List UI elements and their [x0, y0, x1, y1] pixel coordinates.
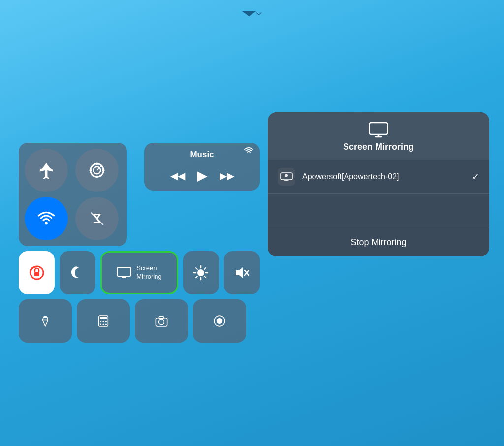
- svg-point-31: [100, 323, 101, 325]
- music-controls: ◀◀ ▶ ▶▶: [154, 167, 250, 184]
- music-block: Music ◀◀ ▶ ▶▶: [144, 143, 260, 191]
- screen-mirroring-label: Screen Mirroring: [136, 264, 161, 281]
- svg-line-20: [204, 268, 206, 269]
- device-row[interactable]: Apowersoft[Apowertech-02] ✓: [268, 160, 489, 194]
- volume-button[interactable]: [224, 251, 260, 294]
- screen-mirroring-icon: [369, 122, 388, 138]
- svg-point-7: [45, 222, 48, 225]
- svg-point-13: [197, 269, 204, 276]
- play-button[interactable]: ▶: [197, 167, 208, 184]
- screen-mirroring-button[interactable]: Screen Mirroring: [100, 251, 178, 294]
- svg-point-30: [105, 321, 107, 322]
- screen-record-button[interactable]: [193, 299, 246, 343]
- device-name: Apowersoft[Apowertech-02]: [302, 172, 465, 181]
- checkmark-icon: ✓: [472, 171, 479, 182]
- stop-mirroring-button[interactable]: Stop Mirroring: [268, 228, 489, 256]
- music-wifi-signal: [244, 147, 253, 155]
- svg-point-35: [159, 319, 164, 325]
- control-center: Music ◀◀ ▶ ▶▶: [19, 143, 260, 343]
- calculator-button[interactable]: [77, 299, 130, 343]
- svg-point-4: [89, 169, 92, 172]
- popup-header: Screen Mirroring: [268, 112, 489, 160]
- svg-line-19: [204, 276, 206, 278]
- svg-point-29: [102, 321, 104, 322]
- airplane-mode-button[interactable]: [25, 149, 68, 192]
- rewind-button[interactable]: ◀◀: [170, 170, 185, 182]
- popup-title: Screen Mirroring: [343, 142, 414, 152]
- svg-point-3: [96, 176, 98, 178]
- apple-tv-icon: [278, 168, 295, 186]
- second-row: Screen Mirroring: [19, 251, 260, 294]
- wifi-button[interactable]: [25, 197, 68, 240]
- svg-line-21: [196, 276, 197, 278]
- fast-forward-button[interactable]: ▶▶: [220, 170, 234, 182]
- svg-point-38: [217, 318, 222, 324]
- first-row: Music ◀◀ ▶ ▶▶: [19, 143, 260, 246]
- svg-point-33: [105, 323, 107, 325]
- mirroring-popup: Screen Mirroring Apowersoft[Apowertech-0…: [268, 112, 489, 256]
- svg-point-2: [96, 162, 98, 165]
- svg-rect-39: [369, 123, 388, 134]
- svg-rect-36: [159, 317, 163, 319]
- svg-point-5: [102, 169, 105, 172]
- flashlight-button[interactable]: [19, 299, 72, 343]
- svg-rect-27: [100, 317, 107, 319]
- bluetooth-button[interactable]: [75, 197, 119, 240]
- svg-rect-11: [117, 267, 131, 276]
- camera-button[interactable]: [135, 299, 188, 343]
- svg-line-18: [196, 268, 197, 269]
- svg-rect-25: [43, 316, 47, 318]
- svg-rect-10: [34, 272, 39, 276]
- empty-devices-section: [268, 194, 489, 228]
- chevron-icon: [242, 9, 262, 19]
- orientation-lock-button[interactable]: [19, 251, 55, 294]
- svg-point-28: [100, 321, 101, 322]
- third-row: [19, 299, 260, 343]
- cellular-button[interactable]: [75, 149, 119, 192]
- music-title: Music: [154, 150, 250, 159]
- connectivity-block: [19, 143, 127, 246]
- chevron-container: [242, 9, 262, 19]
- brightness-button[interactable]: [183, 251, 219, 294]
- svg-point-32: [102, 323, 104, 325]
- stop-mirroring-label: Stop Mirroring: [350, 237, 406, 247]
- do-not-disturb-button[interactable]: [60, 251, 95, 294]
